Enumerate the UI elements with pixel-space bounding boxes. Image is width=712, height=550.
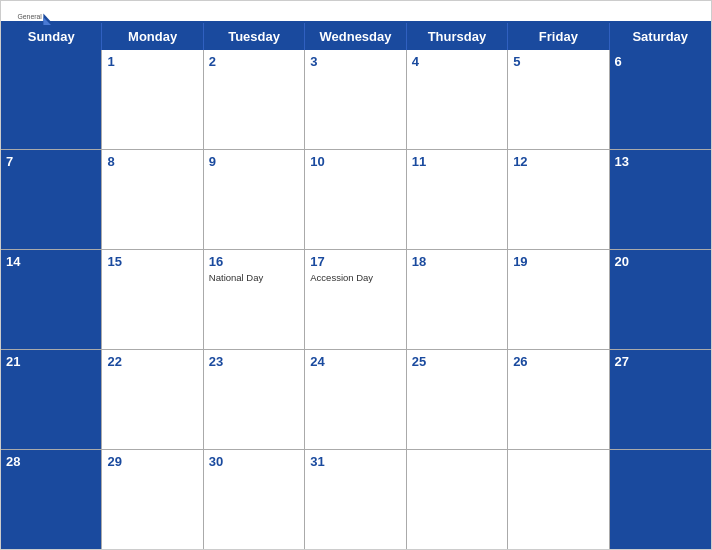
day-cell-3-0: 21 bbox=[1, 350, 102, 449]
day-header-saturday: Saturday bbox=[610, 23, 711, 50]
day-header-friday: Friday bbox=[508, 23, 609, 50]
day-cell-4-6 bbox=[610, 450, 711, 549]
day-cell-1-3: 10 bbox=[305, 150, 406, 249]
day-cell-1-2: 9 bbox=[204, 150, 305, 249]
weeks-container: 12345678910111213141516National Day17Acc… bbox=[1, 50, 711, 549]
day-number-22: 22 bbox=[107, 354, 197, 370]
day-header-monday: Monday bbox=[102, 23, 203, 50]
day-number-15: 15 bbox=[107, 254, 197, 270]
day-number-3: 3 bbox=[310, 54, 400, 70]
day-cell-0-2: 2 bbox=[204, 50, 305, 149]
week-row-1: 123456 bbox=[1, 50, 711, 150]
day-header-thursday: Thursday bbox=[407, 23, 508, 50]
day-number-11: 11 bbox=[412, 154, 502, 170]
event-label: Accession Day bbox=[310, 272, 400, 284]
day-cell-2-4: 18 bbox=[407, 250, 508, 349]
day-number-8: 8 bbox=[107, 154, 197, 170]
day-cell-1-5: 12 bbox=[508, 150, 609, 249]
day-cell-3-3: 24 bbox=[305, 350, 406, 449]
week-row-4: 21222324252627 bbox=[1, 350, 711, 450]
day-cell-0-3: 3 bbox=[305, 50, 406, 149]
day-cell-3-5: 26 bbox=[508, 350, 609, 449]
day-number-23: 23 bbox=[209, 354, 299, 370]
day-cell-2-5: 19 bbox=[508, 250, 609, 349]
svg-text:Blue: Blue bbox=[18, 20, 33, 27]
day-number-2: 2 bbox=[209, 54, 299, 70]
day-number-1: 1 bbox=[107, 54, 197, 70]
svg-text:General: General bbox=[18, 13, 43, 20]
day-number-24: 24 bbox=[310, 354, 400, 370]
day-number-31: 31 bbox=[310, 454, 400, 470]
day-number-9: 9 bbox=[209, 154, 299, 170]
day-cell-4-4 bbox=[407, 450, 508, 549]
week-row-2: 78910111213 bbox=[1, 150, 711, 250]
day-cell-2-3: 17Accession Day bbox=[305, 250, 406, 349]
day-number-4: 4 bbox=[412, 54, 502, 70]
day-cell-2-2: 16National Day bbox=[204, 250, 305, 349]
day-cell-4-3: 31 bbox=[305, 450, 406, 549]
day-number-25: 25 bbox=[412, 354, 502, 370]
day-cell-3-1: 22 bbox=[102, 350, 203, 449]
day-cell-4-1: 29 bbox=[102, 450, 203, 549]
day-number-17: 17 bbox=[310, 254, 400, 270]
calendar-grid: SundayMondayTuesdayWednesdayThursdayFrid… bbox=[1, 21, 711, 549]
day-number-30: 30 bbox=[209, 454, 299, 470]
day-number-10: 10 bbox=[310, 154, 400, 170]
day-number-20: 20 bbox=[615, 254, 706, 270]
day-cell-0-0 bbox=[1, 50, 102, 149]
day-cell-1-1: 8 bbox=[102, 150, 203, 249]
calendar-header: General Blue bbox=[1, 1, 711, 21]
day-cell-1-4: 11 bbox=[407, 150, 508, 249]
day-number-19: 19 bbox=[513, 254, 603, 270]
day-cell-4-2: 30 bbox=[204, 450, 305, 549]
day-number-28: 28 bbox=[6, 454, 96, 470]
day-cell-2-0: 14 bbox=[1, 250, 102, 349]
day-cell-4-0: 28 bbox=[1, 450, 102, 549]
day-number-12: 12 bbox=[513, 154, 603, 170]
day-number-16: 16 bbox=[209, 254, 299, 270]
day-number-14: 14 bbox=[6, 254, 96, 270]
day-number-29: 29 bbox=[107, 454, 197, 470]
day-cell-0-4: 4 bbox=[407, 50, 508, 149]
day-number-7: 7 bbox=[6, 154, 96, 170]
day-cell-4-5 bbox=[508, 450, 609, 549]
day-number-13: 13 bbox=[615, 154, 706, 170]
day-header-tuesday: Tuesday bbox=[204, 23, 305, 50]
day-headers-row: SundayMondayTuesdayWednesdayThursdayFrid… bbox=[1, 23, 711, 50]
day-cell-1-6: 13 bbox=[610, 150, 711, 249]
logo-area: General Blue bbox=[16, 9, 54, 37]
day-cell-3-6: 27 bbox=[610, 350, 711, 449]
day-cell-0-5: 5 bbox=[508, 50, 609, 149]
event-label: National Day bbox=[209, 272, 299, 284]
day-cell-3-4: 25 bbox=[407, 350, 508, 449]
day-cell-0-6: 6 bbox=[610, 50, 711, 149]
day-cell-3-2: 23 bbox=[204, 350, 305, 449]
day-number-6: 6 bbox=[615, 54, 706, 70]
day-cell-2-6: 20 bbox=[610, 250, 711, 349]
week-row-3: 141516National Day17Accession Day181920 bbox=[1, 250, 711, 350]
general-blue-logo: General Blue bbox=[16, 9, 54, 37]
day-number-27: 27 bbox=[615, 354, 706, 370]
day-cell-2-1: 15 bbox=[102, 250, 203, 349]
calendar-container: General Blue SundayMondayTuesdayWednesda… bbox=[0, 0, 712, 550]
day-cell-0-1: 1 bbox=[102, 50, 203, 149]
week-row-5: 28293031 bbox=[1, 450, 711, 549]
day-header-wednesday: Wednesday bbox=[305, 23, 406, 50]
day-number-21: 21 bbox=[6, 354, 96, 370]
day-cell-1-0: 7 bbox=[1, 150, 102, 249]
day-number-18: 18 bbox=[412, 254, 502, 270]
day-number-5: 5 bbox=[513, 54, 603, 70]
day-number-26: 26 bbox=[513, 354, 603, 370]
